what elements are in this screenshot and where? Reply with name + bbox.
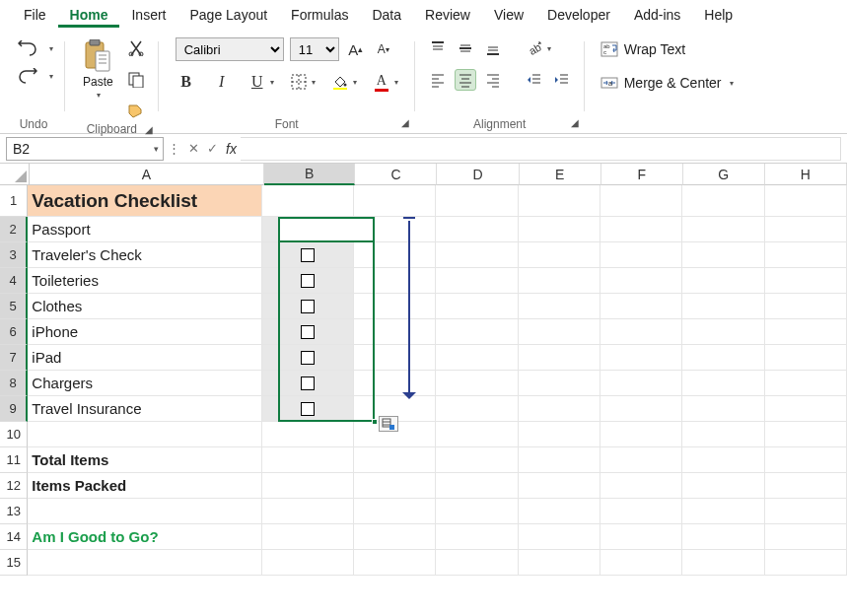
cell[interactable]	[262, 185, 354, 217]
col-header-F[interactable]: F	[601, 164, 683, 185]
col-header-H[interactable]: H	[765, 164, 847, 185]
cell[interactable]	[519, 524, 600, 550]
increase-font-button[interactable]: A▴	[345, 38, 367, 60]
cell[interactable]	[262, 499, 354, 524]
cell[interactable]	[519, 294, 600, 319]
cell[interactable]	[519, 499, 600, 524]
cell[interactable]	[262, 371, 354, 396]
increase-indent-button[interactable]	[551, 69, 573, 91]
menu-home[interactable]: Home	[58, 3, 120, 28]
format-painter-button[interactable]	[125, 101, 147, 122]
decrease-indent-button[interactable]	[524, 69, 545, 91]
cell[interactable]	[519, 371, 600, 396]
cell[interactable]	[354, 185, 436, 217]
italic-button[interactable]: I	[211, 71, 233, 93]
chevron-down-icon[interactable]: ▾	[154, 144, 159, 154]
cell[interactable]	[354, 319, 436, 345]
row-header[interactable]: 14	[0, 524, 28, 550]
cell[interactable]	[682, 396, 764, 422]
checkbox[interactable]	[301, 376, 315, 390]
cell[interactable]	[262, 217, 354, 242]
cell[interactable]	[765, 294, 847, 319]
cut-button[interactable]	[125, 37, 147, 59]
row-header[interactable]: 8	[0, 371, 28, 396]
cell[interactable]	[519, 185, 600, 217]
menu-view[interactable]: View	[482, 3, 535, 27]
cell[interactable]: Traveler's Check	[28, 242, 262, 268]
cell[interactable]	[600, 185, 682, 217]
cell[interactable]: Total Items	[28, 447, 262, 473]
dialog-launcher-icon[interactable]: ◢	[145, 124, 153, 135]
cell[interactable]	[682, 345, 764, 371]
row-header[interactable]: 5	[0, 294, 28, 319]
chevron-down-icon[interactable]: ▾	[547, 44, 551, 53]
cell[interactable]	[682, 550, 764, 576]
cell[interactable]	[765, 345, 847, 371]
align-top-button[interactable]	[427, 37, 449, 59]
chevron-down-icon[interactable]: ▾	[312, 78, 316, 87]
cell[interactable]	[765, 447, 847, 473]
cell[interactable]	[436, 499, 518, 524]
align-center-button[interactable]	[455, 69, 476, 91]
cell[interactable]	[600, 268, 682, 294]
cell[interactable]	[354, 371, 436, 396]
cell[interactable]	[436, 550, 518, 576]
cell[interactable]: Clothes	[28, 294, 262, 319]
cell[interactable]	[765, 319, 847, 345]
cell[interactable]	[682, 217, 764, 242]
cell[interactable]	[765, 524, 847, 550]
cell[interactable]	[682, 499, 764, 524]
cell[interactable]	[600, 217, 682, 242]
bold-button[interactable]: B	[176, 71, 197, 93]
redo-button[interactable]	[14, 65, 41, 87]
cell[interactable]	[436, 422, 518, 447]
cell[interactable]	[262, 473, 354, 499]
col-header-C[interactable]: C	[355, 164, 437, 185]
cell[interactable]: Am I Good to Go?	[28, 524, 262, 550]
chevron-down-icon[interactable]: ▾	[394, 78, 398, 87]
cell[interactable]	[765, 550, 847, 576]
cell[interactable]	[519, 550, 600, 576]
checkbox[interactable]	[301, 248, 315, 262]
align-middle-button[interactable]	[455, 37, 476, 59]
cell[interactable]	[262, 268, 354, 294]
col-header-E[interactable]: E	[520, 164, 601, 185]
underline-button[interactable]: U	[247, 71, 268, 93]
cell[interactable]	[436, 319, 518, 345]
cell[interactable]: Vacation Checklist	[28, 185, 262, 217]
cell[interactable]	[354, 268, 436, 294]
align-right-button[interactable]	[482, 69, 504, 91]
menu-add-ins[interactable]: Add-ins	[622, 3, 692, 27]
cell[interactable]: iPhone	[28, 319, 262, 345]
cell[interactable]	[436, 524, 518, 550]
cell[interactable]	[354, 524, 436, 550]
font-name-select[interactable]: Calibri	[176, 37, 284, 61]
cell[interactable]: Toileteries	[28, 268, 262, 294]
row-header[interactable]: 7	[0, 345, 28, 371]
cell[interactable]	[600, 473, 682, 499]
checkbox[interactable]	[301, 402, 315, 416]
paste-button[interactable]: Paste ▾	[77, 37, 119, 102]
cell[interactable]	[600, 447, 682, 473]
cancel-icon[interactable]: ✕	[188, 141, 199, 156]
menu-developer[interactable]: Developer	[535, 3, 622, 27]
row-header[interactable]: 6	[0, 319, 28, 345]
cell[interactable]	[519, 422, 600, 447]
menu-file[interactable]: File	[12, 3, 58, 27]
col-header-B[interactable]: B	[264, 164, 356, 185]
cell[interactable]	[262, 550, 354, 576]
cell[interactable]	[436, 345, 518, 371]
copy-button[interactable]	[125, 69, 147, 91]
cell[interactable]	[519, 473, 600, 499]
cell[interactable]	[354, 242, 436, 268]
cell[interactable]	[354, 499, 436, 524]
cell[interactable]	[519, 396, 600, 422]
cell[interactable]	[354, 294, 436, 319]
cell[interactable]	[600, 371, 682, 396]
fill-handle[interactable]	[372, 419, 378, 425]
cell[interactable]	[765, 217, 847, 242]
cell[interactable]: Items Packed	[28, 473, 262, 499]
chevron-down-icon[interactable]: ▾	[353, 78, 357, 87]
checkbox[interactable]	[301, 351, 315, 365]
cell[interactable]	[262, 447, 354, 473]
